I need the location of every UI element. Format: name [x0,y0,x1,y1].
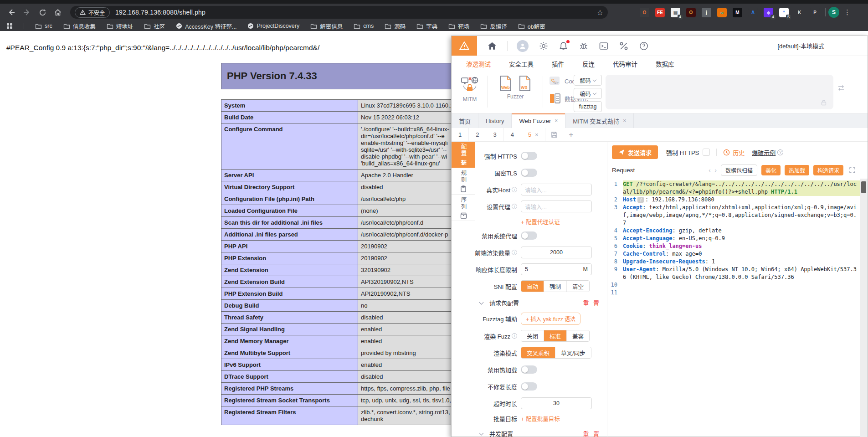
segment-option[interactable]: 交叉乘积 [521,347,555,358]
menu-item-3[interactable]: 反连 [582,59,595,68]
config-link[interactable]: + 配置代理认证 [521,217,560,226]
browser-menu-icon[interactable]: ⋮ [844,8,851,16]
editor-scrollbar-handle[interactable] [861,181,866,193]
yakit-home-icon[interactable] [487,41,497,51]
packet-scan-button[interactable]: 数据包扫描 [721,165,757,176]
swap-arrows-icon[interactable] [837,84,845,92]
bookmark-item[interactable]: src [35,23,52,29]
toggle-switch[interactable] [521,382,537,391]
segment-option[interactable]: 标准 [544,330,567,341]
back-icon[interactable] [5,5,18,19]
bug-icon[interactable] [579,41,589,51]
segment-option[interactable]: 清空 [567,281,589,292]
bookmark-item[interactable]: 字典 [416,22,437,31]
form-input[interactable]: 5M [521,263,592,275]
puzzle-extension-icon[interactable]: P [810,8,820,17]
yakit-logo[interactable] [452,36,477,56]
bookmark-item[interactable]: 反编译 [480,22,507,31]
segment-option[interactable]: 关闭 [521,330,544,341]
encode-button[interactable]: 编码 [574,88,602,99]
settings-gear-icon[interactable] [539,41,549,51]
side-tab-配置[interactable]: 配置 [452,142,475,168]
j-extension-icon[interactable]: j [702,8,711,17]
toggle-switch[interactable] [521,152,537,160]
segment-option[interactable]: 兼容 [567,330,589,341]
url-bar[interactable]: 不安全 192.168.79.136:8080/shell.php ☆ [70,6,608,19]
hot-reload-button[interactable]: 热加载 [785,165,809,175]
save-tab-icon[interactable] [545,131,563,138]
chevron-down-icon[interactable] [479,300,484,304]
mitm-tool[interactable]: MITM [458,75,482,103]
fe-extension-icon[interactable]: FE [655,8,665,17]
spy-extension-icon[interactable]: A [748,8,758,17]
side-tab-序列[interactable]: 序列 [452,195,475,221]
blast-example-link[interactable]: 爆破示例 [752,148,776,157]
bookmark-item[interactable]: 信息收集 [63,22,96,31]
segment-option[interactable]: 强制 [544,281,567,292]
menu-item-5[interactable]: 数据库 [656,59,674,68]
fuzztag-button[interactable]: fuzztag [574,101,602,112]
tab-mitm-交互式劫持[interactable]: MITM 交互式劫持× [565,113,634,128]
menu-item-2[interactable]: 插件 [552,59,564,68]
send-request-button[interactable]: 发送请求 [612,145,658,159]
bookmark-item[interactable]: 短地址 [107,22,134,31]
bookmark-item[interactable]: 解密信息 [310,22,343,31]
tab-首页[interactable]: 首页 [452,113,478,128]
seq-tab-2[interactable]: 2 [469,128,486,141]
diamond-extension-icon[interactable]: ◆4 [764,8,773,17]
not-secure-chip[interactable]: 不安全 [75,7,110,18]
home-icon[interactable] [51,5,65,19]
close-icon[interactable]: × [623,118,626,124]
bookmark-item[interactable]: 靶场 [448,22,469,31]
history-back-icon[interactable]: ‹ [709,167,710,174]
seq-tab-3[interactable]: 3 [486,128,503,141]
codec-input-panel[interactable] [606,75,833,109]
beautify-button[interactable]: 美化 [761,165,781,175]
bookmark-item[interactable]: AccessKey 特征整... [176,22,236,31]
side-tab-规则[interactable]: 规则 [452,168,475,195]
doc-extension-icon[interactable]: ▤4 [671,8,680,17]
seq-tab-1[interactable]: 1 [452,128,469,141]
bookmark-star-icon[interactable]: ☆ [597,8,603,17]
chevron-down-icon[interactable] [479,431,484,435]
add-tab-icon[interactable]: + [563,130,579,139]
force-https-checkbox[interactable] [703,149,710,156]
url-text[interactable]: 192.168.79.136:8080/shell.php [115,9,205,16]
seq-tab-5[interactable]: 5× [521,128,545,141]
insert-fuzztag-button[interactable]: + 插入 yak.fuzz 语法 [521,313,580,325]
request-editor[interactable]: 1GET /?+config-create+/&lang=../../../..… [607,179,860,437]
terminal-icon[interactable] [599,41,609,51]
profile-avatar[interactable]: S [828,7,839,18]
config-link[interactable]: + 配置批量目标 [521,414,560,423]
chain-extension-icon[interactable]: ∞ [717,8,727,17]
decode-button[interactable]: 解码 [574,75,602,86]
reset-link[interactable]: 重 置 [583,429,601,437]
snow-extension-icon[interactable]: *5 [779,8,789,17]
fullscreen-icon[interactable] [849,167,855,173]
bookmark-item[interactable]: ob解密 [518,22,545,31]
seq-tab-4[interactable]: 4 [504,128,521,141]
menu-item-0[interactable]: 渗透测试 [466,59,491,68]
walker-extension-icon[interactable]: K [795,8,804,17]
fuzzer-tool[interactable]: Web WS Fuzzer [493,75,537,100]
forward-icon[interactable] [20,5,34,19]
close-icon[interactable]: × [555,118,558,124]
toggle-switch[interactable] [521,231,537,240]
build-request-button[interactable]: 构造请求 [813,165,843,175]
bookmark-item[interactable]: 社区 [144,22,165,31]
bookmark-item[interactable]: cms [354,23,374,29]
form-input[interactable]: 30 [521,397,592,409]
help-icon[interactable] [639,41,649,51]
toggle-switch[interactable] [521,169,537,177]
bookmark-item[interactable]: 源码 [385,22,406,31]
toggle-switch[interactable] [521,365,537,374]
apps-grid-icon[interactable] [6,23,13,29]
form-input[interactable]: 请输入... [521,201,592,212]
reload-icon[interactable] [36,5,49,19]
tab-history[interactable]: History [478,113,512,128]
yakit-user-avatar[interactable] [517,40,529,52]
form-input[interactable]: 2000 [521,247,592,258]
bookmark-item[interactable]: ProjectDiscovery [247,23,299,29]
dark-o-extension-icon[interactable]: O [686,8,696,17]
tools-icon[interactable] [619,41,629,51]
